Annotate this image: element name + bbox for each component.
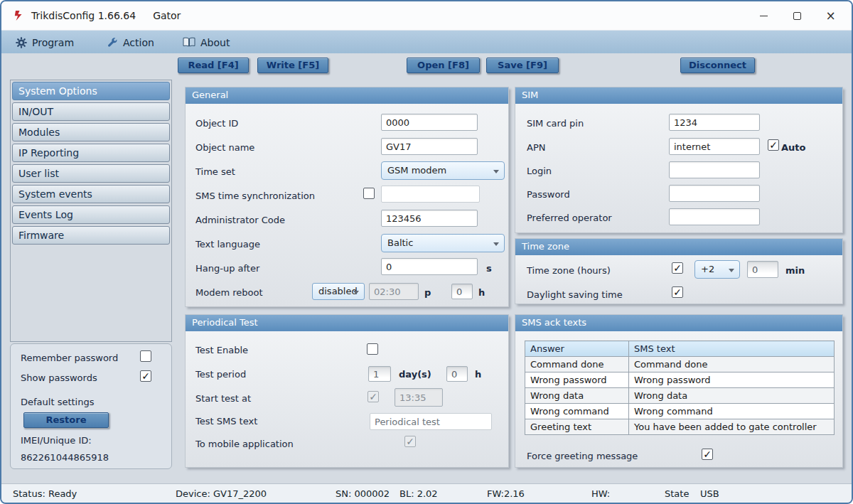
- time-set-select[interactable]: GSM modem: [381, 161, 505, 180]
- table-row: Wrong command Wrong command: [525, 404, 835, 419]
- answer-cell[interactable]: Wrong data: [525, 388, 629, 404]
- test-period-days-field[interactable]: [368, 366, 391, 382]
- admin-code-label: Administrator Code: [195, 215, 285, 225]
- sim-pin-field[interactable]: [669, 114, 760, 131]
- sms-text-cell[interactable]: You have been added to gate controller: [629, 419, 835, 435]
- time-zone-checkbox[interactable]: ✓: [672, 262, 683, 274]
- column-header-sms-text: SMS text: [629, 341, 835, 357]
- chevron-down-icon: [493, 242, 499, 246]
- start-test-checkbox[interactable]: ✓: [368, 391, 379, 402]
- menu-program[interactable]: Program: [16, 31, 74, 54]
- to-mobile-checkbox[interactable]: ✓: [404, 436, 416, 447]
- text-language-value: Baltic: [387, 237, 413, 248]
- modem-reboot-p-label: p: [424, 287, 431, 298]
- sidebar-item-modules[interactable]: Modules: [12, 123, 170, 141]
- test-sms-label: Test SMS text: [195, 416, 257, 427]
- sidebar-item-in-out[interactable]: IN/OUT: [12, 102, 170, 121]
- write-button[interactable]: Write [F5]: [257, 58, 328, 73]
- sidebar-item-user-list[interactable]: User list: [12, 164, 170, 183]
- menu-action[interactable]: Action: [107, 31, 154, 54]
- show-passwords-checkbox[interactable]: ✓: [140, 370, 151, 382]
- sms-time-sync-field[interactable]: [381, 186, 480, 203]
- object-name-field[interactable]: [381, 138, 478, 155]
- status-bar: Status: Ready Device: GV17_2200 SN: 0000…: [1, 483, 852, 503]
- read-button[interactable]: Read [F4]: [178, 58, 249, 73]
- password-field[interactable]: [669, 185, 760, 202]
- menu-about[interactable]: About: [183, 31, 230, 54]
- checkmark-icon: ✓: [673, 286, 682, 298]
- table-row: Command done Command done: [525, 357, 835, 372]
- admin-code-field[interactable]: [381, 210, 478, 227]
- answer-cell[interactable]: Wrong command: [525, 404, 629, 419]
- modem-reboot-h-label: h: [478, 287, 485, 298]
- sidebar-item-firmware[interactable]: Firmware: [12, 226, 170, 245]
- minimize-button[interactable]: [747, 1, 780, 30]
- sms-text-cell[interactable]: Command done: [629, 357, 835, 372]
- imei-value: 862261044865918: [21, 452, 109, 463]
- apn-field[interactable]: [669, 138, 760, 155]
- close-icon: ×: [825, 9, 835, 23]
- checkmark-icon: ✓: [673, 262, 682, 274]
- time-set-value: GSM modem: [387, 165, 446, 176]
- hangup-label: Hang-up after: [195, 263, 259, 274]
- login-field[interactable]: [669, 161, 760, 178]
- close-button[interactable]: ×: [814, 1, 847, 30]
- test-period-hours-field[interactable]: [446, 366, 468, 382]
- title-bar: TrikdisConfig 1.66.64Gator ×: [1, 1, 852, 30]
- text-language-select[interactable]: Baltic: [381, 234, 505, 252]
- time-zone-min-field[interactable]: [747, 261, 778, 278]
- sms-text-cell[interactable]: Wrong data: [629, 388, 835, 404]
- sidebar-item-ip-reporting[interactable]: IP Reporting: [12, 144, 170, 162]
- start-test-label: Start test at: [195, 393, 251, 404]
- restore-button[interactable]: Restore: [23, 412, 109, 428]
- preferred-operator-label: Preferred operator: [527, 213, 612, 223]
- time-zone-select[interactable]: +2: [694, 260, 740, 279]
- sidebar-item-events-log[interactable]: Events Log: [12, 205, 170, 224]
- modem-reboot-time-field[interactable]: [369, 283, 419, 300]
- object-id-label: Object ID: [195, 118, 238, 129]
- sms-text-cell[interactable]: Wrong command: [629, 404, 835, 419]
- daylight-saving-checkbox[interactable]: ✓: [672, 286, 683, 298]
- test-enable-checkbox[interactable]: [367, 343, 378, 355]
- time-zone-min-unit: min: [785, 265, 805, 276]
- force-greeting-label: Force greeting message: [527, 451, 638, 461]
- wrench-icon: [107, 37, 118, 48]
- sms-time-sync-label: SMS time synchronization: [195, 191, 315, 201]
- password-label: Password: [527, 189, 570, 200]
- periodical-test-panel: Periodical Test Test Enable Test period …: [185, 314, 509, 468]
- time-zone-panel-header: Time zone: [515, 239, 842, 255]
- test-period-hours-unit: h: [475, 369, 481, 380]
- default-settings-label: Default settings: [21, 397, 94, 407]
- open-button[interactable]: Open [F8]: [407, 58, 480, 73]
- modem-reboot-hours-field[interactable]: [451, 284, 473, 299]
- answer-cell[interactable]: Wrong password: [525, 372, 629, 388]
- sms-text-cell[interactable]: Wrong password: [629, 372, 835, 388]
- checkmark-icon: ✓: [406, 436, 414, 447]
- hangup-field[interactable]: [381, 258, 478, 275]
- status-text: Status: Ready: [13, 488, 77, 499]
- save-button[interactable]: Save [F9]: [486, 58, 559, 73]
- login-label: Login: [527, 166, 552, 176]
- preferred-operator-field[interactable]: [669, 208, 760, 225]
- chevron-down-icon: [353, 291, 359, 294]
- apn-auto-label: Auto: [781, 142, 805, 153]
- sidebar-item-system-events[interactable]: System events: [12, 185, 170, 203]
- sidebar-item-system-options[interactable]: System Options: [12, 82, 170, 100]
- answer-cell[interactable]: Greeting text: [525, 419, 629, 435]
- menu-action-label: Action: [123, 37, 154, 48]
- periodical-test-panel-header: Periodical Test: [186, 315, 508, 331]
- start-test-time-field[interactable]: [395, 388, 443, 407]
- remember-password-checkbox[interactable]: [140, 350, 151, 362]
- sim-pin-label: SIM card pin: [527, 118, 584, 129]
- window-title: TrikdisConfig 1.66.64Gator: [31, 10, 181, 21]
- disconnect-button[interactable]: Disconnect: [680, 58, 755, 73]
- sms-time-sync-checkbox[interactable]: [363, 188, 375, 199]
- apn-auto-checkbox[interactable]: ✓: [768, 139, 779, 151]
- modem-reboot-select[interactable]: disabled: [312, 283, 365, 300]
- answer-cell[interactable]: Command done: [525, 357, 629, 372]
- status-hw: HW:: [591, 488, 610, 499]
- test-sms-field[interactable]: [370, 413, 492, 430]
- force-greeting-checkbox[interactable]: ✓: [702, 449, 713, 460]
- object-id-field[interactable]: [381, 114, 478, 131]
- maximize-button[interactable]: [780, 1, 814, 30]
